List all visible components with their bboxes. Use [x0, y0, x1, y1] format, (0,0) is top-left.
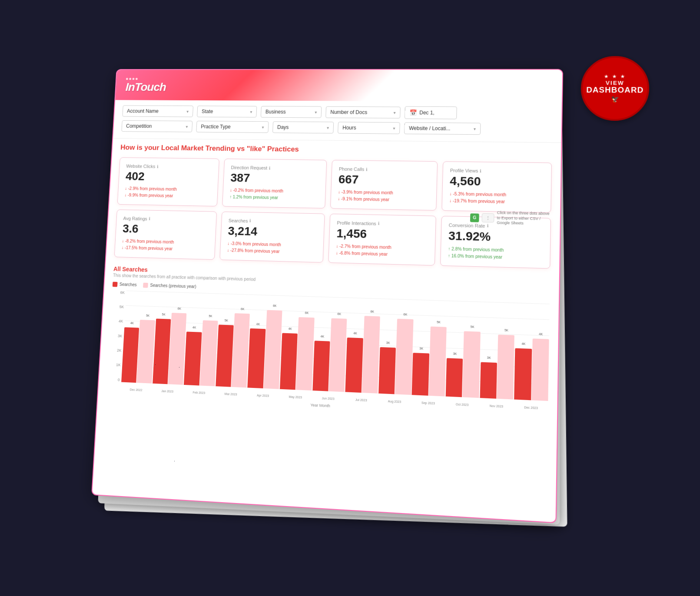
export-button[interactable]: ⋮ — [481, 213, 494, 223]
business-label: Business — [265, 109, 285, 115]
chart-bar-prev: 5K — [136, 320, 155, 384]
metric-change-line: ↑ 1.2% from previous year — [229, 194, 318, 202]
metric-changes-searches: ↓ -3.0% from previous month↓ -27.8% from… — [227, 240, 316, 256]
chart-y-label: 0 — [117, 377, 119, 382]
bar-label-current: 4K — [256, 322, 260, 325]
hours-dropdown[interactable]: Hours ▾ — [338, 122, 400, 134]
chart-bar-group: 3K5KOct 2023 — [445, 331, 480, 398]
bar-label-current: 3K — [487, 356, 491, 359]
metric-card-avg-ratings: Avg Ratings ℹ3.6↓ -8.2% from previous mo… — [114, 209, 216, 260]
bar-label-prev: 4K — [539, 332, 543, 336]
chart-bar-current: 3K — [412, 353, 429, 396]
hours-arrow: ▾ — [393, 126, 395, 131]
metric-title-direction-request: Direction Request ℹ — [231, 165, 319, 171]
chart-bar-prev: 6K — [362, 316, 380, 394]
metric-changes-phone-calls: ↓ -3.9% from previous month↓ -9.1% from … — [338, 189, 429, 204]
legend-color — [143, 282, 148, 288]
chart-x-label: Apr 2023 — [247, 393, 279, 397]
chart-bar-group: 4K5KFeb 2023 — [184, 320, 218, 386]
chart-x-label: Feb 2023 — [183, 390, 214, 394]
metric-title-searches: Searches ℹ — [228, 218, 317, 225]
chart-bar-group: 3K6KAug 2023 — [378, 318, 413, 395]
metric-card-searches: Searches ℹ3,214↓ -3.0% from previous mon… — [219, 212, 325, 263]
bar-label-prev: 6K — [337, 312, 341, 315]
metric-value-direction-request: 387 — [230, 172, 319, 186]
bar-label-prev: 6K — [240, 307, 244, 310]
metric-changes-avg-ratings: ↓ -8.2% from previous month↓ -17.5% from… — [121, 238, 208, 253]
metric-value-profile-views: 4,560 — [449, 175, 544, 189]
bar-label-current: 4K — [353, 331, 357, 334]
dashboard-card: InTouch Account Name ▾ State ▾ Business … — [91, 69, 563, 523]
chart-legend-item: Searches — [112, 281, 136, 287]
legend-label: Searches — [119, 282, 136, 287]
bar-label-prev: 6K — [403, 313, 407, 316]
chart-x-label: Aug 2023 — [378, 399, 411, 404]
metric-card-website-clicks: Website Clicks ℹ402↓ -2.9% from previous… — [117, 157, 219, 206]
chart-bar-group: 4K6KApr 2023 — [247, 309, 282, 389]
chart-y-label: 4K — [118, 319, 123, 324]
bar-label-current: 3K — [453, 352, 457, 355]
chart-bar-current: 4K — [121, 327, 139, 383]
chart-bar-current: 5K — [216, 324, 234, 387]
chart-x-label: May 2023 — [279, 394, 311, 399]
metric-changes-profile-interactions: ↓ -2.7% from previous month↓ -6.8% from … — [335, 243, 428, 259]
chart-legend-item: Searches (previous year) — [143, 282, 196, 289]
badge-eagle: 🦅 — [610, 96, 618, 103]
chart-bar-group: 5K6KMar 2023 — [216, 312, 250, 387]
account-name-dropdown[interactable]: Account Name ▾ — [122, 105, 193, 117]
date-field[interactable]: 📅 Dec 1, — [404, 106, 457, 119]
metric-changes-website-clicks: ↓ -2.9% from previous month↓ -9.9% from … — [124, 185, 211, 200]
chart-bar-prev: 6K — [263, 310, 282, 389]
chart-section: All Searches This show the searches from… — [97, 262, 559, 424]
metric-title-avg-ratings: Avg Ratings ℹ — [123, 216, 209, 223]
bar-label-prev: 5K — [504, 328, 508, 331]
competition-dropdown[interactable]: Competition ▾ — [121, 120, 192, 132]
practice-type-label: Practice Type — [201, 124, 231, 130]
bar-label-prev: 6K — [370, 310, 374, 313]
metric-changes-direction-request: ↓ -0.2% from previous month↑ 1.2% from p… — [229, 187, 318, 202]
number-of-docs-arrow: ▾ — [393, 110, 395, 115]
metric-value-conversion-rate: 31.92% — [448, 229, 543, 245]
chart-bar-current: 4K — [280, 333, 298, 390]
chart-bar-group: 4K6KJul 2023 — [345, 315, 380, 393]
filter-row-2: Competition ▾ Practice Type ▾ Days ▾ Hou… — [121, 120, 552, 136]
view-dashboard-badge[interactable]: ★ ★ ★ VIEW DASHBOARD 🦅 — [580, 56, 649, 121]
metric-title-profile-views: Profile Views ℹ — [450, 168, 544, 174]
legend-color — [112, 281, 117, 287]
legend-label: Searches (previous year) — [150, 283, 196, 289]
export-area: G ⋮ Click on the three dots above to Exp… — [470, 210, 551, 227]
chart-bar-current: 3K — [480, 362, 497, 398]
business-dropdown[interactable]: Business ▾ — [260, 106, 322, 118]
metric-value-phone-calls: 667 — [338, 173, 430, 187]
calendar-icon: 📅 — [409, 109, 417, 116]
days-label: Days — [277, 124, 289, 130]
metric-change-line: ↓ -19.7% from previous year — [449, 197, 543, 206]
chart-bar-current: 5K — [152, 318, 170, 384]
website-location-dropdown[interactable]: Website / Locati... ▾ — [404, 123, 481, 135]
bar-label-prev: 5K — [209, 315, 212, 318]
days-dropdown[interactable]: Days ▾ — [272, 121, 333, 133]
bar-label-current: 3K — [419, 347, 423, 350]
date-label: Dec 1, — [419, 110, 435, 116]
metric-card-direction-request: Direction Request ℹ387↓ -0.2% from previ… — [222, 159, 327, 209]
hours-label: Hours — [342, 125, 356, 131]
badge-view: VIEW — [605, 80, 624, 86]
practice-type-dropdown[interactable]: Practice Type ▾ — [196, 121, 269, 133]
chart-bar-group: 5K6KJan 2023 — [152, 312, 186, 384]
chart-x-label: Mar 2023 — [215, 392, 246, 396]
logo-text: InTouch — [125, 81, 166, 94]
export-sheets-icon[interactable]: G — [470, 213, 479, 222]
website-location-label: Website / Locati... — [409, 125, 451, 131]
bar-label-prev: 5K — [470, 325, 474, 328]
number-of-docs-dropdown[interactable]: Number of Docs ▾ — [325, 106, 401, 119]
chart-y-label: 5K — [119, 305, 124, 309]
metric-value-website-clicks: 402 — [125, 170, 212, 184]
metric-change-line: ↓ -9.9% from previous year — [124, 192, 211, 200]
chart-area: 6K5K4K3K2K1K0 4K5KDec 20225K6KJan 20234K… — [106, 290, 549, 411]
bar-label-current: 3K — [386, 341, 390, 344]
chart-bar-current: 4K — [312, 341, 330, 391]
bar-label-current: 5K — [162, 313, 165, 316]
state-dropdown[interactable]: State ▾ — [197, 106, 257, 117]
chart-y-label: 1K — [116, 363, 120, 367]
website-location-arrow: ▾ — [473, 126, 475, 131]
